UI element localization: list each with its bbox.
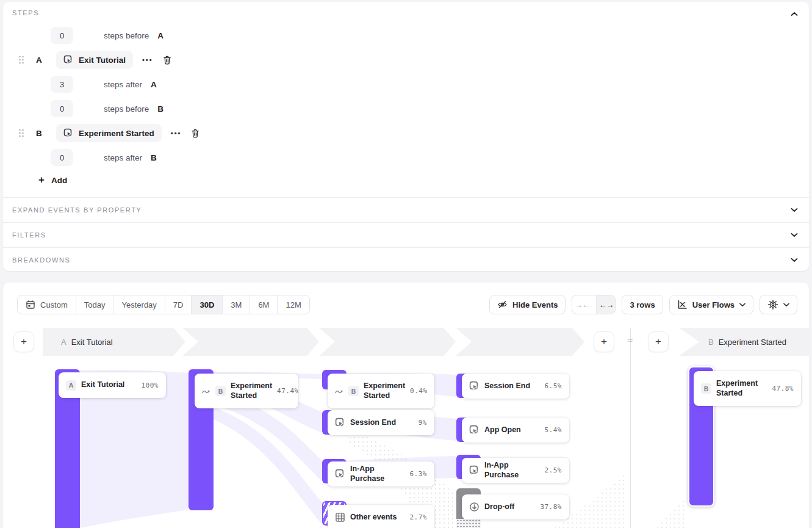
steps-before-b-text: steps before <box>104 104 149 114</box>
node-label: Experiment Started <box>231 382 272 400</box>
steps-before-b-row: 0 steps before B <box>51 100 163 117</box>
steps-after-a-row: 3 steps after A <box>51 76 157 93</box>
grid-icon <box>335 512 345 523</box>
flow-node-session-end-65[interactable]: Session End 6.5% <box>462 374 569 399</box>
node-value: 100% <box>142 382 159 389</box>
steps-after-b-text: steps after <box>104 153 142 162</box>
steps-before-a-text: steps before <box>104 31 149 40</box>
drag-handle-icon[interactable] <box>18 128 24 138</box>
step-a-event-label: Exit Tutorial <box>79 56 126 65</box>
section-filters[interactable]: FILTERS <box>3 222 809 247</box>
steps-after-a-ref: A <box>151 80 157 89</box>
node-value: 5.4% <box>545 426 562 434</box>
step-a-row: A Exit Tutorial ••• <box>18 51 172 69</box>
flow-node-exit-tutorial[interactable]: A Exit Tutorial 100% <box>59 372 166 398</box>
indirect-arrow-icon <box>202 388 210 395</box>
drag-handle-icon[interactable] <box>18 55 24 65</box>
node-label: Drop-off <box>484 502 514 512</box>
trash-icon <box>190 128 200 139</box>
flow-node-experiment-started-47[interactable]: B Experiment Started 47.4% <box>195 374 298 408</box>
event-icon <box>469 381 480 391</box>
node-label: Session End <box>484 382 530 391</box>
trash-icon <box>162 55 172 65</box>
section-label: EXPAND EVENTS BY PROPERTY <box>12 206 142 214</box>
node-label: Other events <box>350 513 397 523</box>
steps-before-a-row: 0 steps before A <box>51 27 163 44</box>
step-a-more-button[interactable]: ••• <box>142 56 153 63</box>
node-value: 0.4% <box>410 387 428 395</box>
plus-icon: + <box>38 174 45 186</box>
flow-node-experiment-started-b[interactable]: B Experiment Started 47.8% <box>694 371 801 406</box>
steps-after-b-row: 0 steps after B <box>51 149 157 166</box>
flow-node-in-app-purchase-25[interactable]: In-App Purchase 2.5% <box>462 458 569 483</box>
flow-node-other-events[interactable]: Other events 2.7% <box>328 505 434 528</box>
indirect-arrow-icon <box>335 388 343 395</box>
node-value: 2.7% <box>410 513 428 521</box>
steps-before-a-ref: A <box>157 31 163 40</box>
steps-before-b-ref: B <box>157 104 163 114</box>
chevron-down-icon <box>791 233 798 237</box>
drop-off-icon <box>469 502 480 512</box>
collapse-steps-button[interactable] <box>789 9 799 19</box>
steps-after-a-input[interactable]: 3 <box>51 76 73 93</box>
section-expand-events-by-property[interactable]: EXPAND EVENTS BY PROPERTY <box>3 197 809 222</box>
node-label: App Open <box>484 425 521 435</box>
node-value: 37.8% <box>540 503 562 511</box>
step-a-delete-button[interactable] <box>162 55 172 65</box>
section-label: BREAKDOWNS <box>12 256 70 264</box>
step-b-more-button[interactable]: ••• <box>171 129 182 137</box>
event-icon <box>469 425 480 435</box>
node-value: 9% <box>419 419 427 427</box>
add-step-label: Add <box>51 176 67 185</box>
event-icon <box>469 465 480 476</box>
step-badge: B <box>348 386 359 396</box>
step-badge: A <box>66 380 76 391</box>
node-label: Experiment Started <box>364 382 405 400</box>
event-icon <box>63 128 73 138</box>
event-icon <box>63 55 73 65</box>
step-b-event-label: Experiment Started <box>79 129 154 138</box>
node-value: 47.4% <box>277 387 299 395</box>
steps-after-b-ref: B <box>151 153 157 162</box>
flow-node-in-app-purchase-63[interactable]: In-App Purchase 6.3% <box>328 461 434 486</box>
node-label: In-App Purchase <box>350 465 405 483</box>
node-label: Experiment Started <box>716 379 760 398</box>
node-value: 47.8% <box>772 385 794 392</box>
chevron-down-icon <box>791 208 798 212</box>
event-icon <box>335 418 345 428</box>
node-value: 6.3% <box>410 470 428 478</box>
node-label: In-App Purchase <box>484 461 540 480</box>
step-a-letter: A <box>36 56 45 65</box>
flow-node-session-end-9[interactable]: Session End 9% <box>328 410 434 435</box>
steps-before-a-input[interactable]: 0 <box>51 27 73 44</box>
step-b-delete-button[interactable] <box>190 128 200 139</box>
section-label: FILTERS <box>12 231 46 239</box>
event-icon <box>335 469 345 479</box>
steps-before-b-input[interactable]: 0 <box>51 100 73 117</box>
node-label: Session End <box>350 418 396 428</box>
step-a-event-button[interactable]: Exit Tutorial <box>56 51 133 69</box>
node-value: 2.5% <box>545 466 562 474</box>
step-b-letter: B <box>36 129 45 138</box>
step-b-row: B Experiment Started ••• <box>18 124 200 142</box>
step-badge: B <box>215 386 226 396</box>
node-label: Exit Tutorial <box>81 380 124 390</box>
step-b-event-button[interactable]: Experiment Started <box>56 124 162 142</box>
add-step-button[interactable]: + Add <box>38 174 67 186</box>
steps-after-a-text: steps after <box>104 80 142 89</box>
step-badge: B <box>701 383 711 394</box>
chevron-down-icon <box>791 258 798 262</box>
steps-title: STEPS <box>12 9 39 16</box>
flow-node-drop-off[interactable]: Drop-off 37.8% <box>462 494 569 519</box>
chevron-up-icon <box>791 12 798 16</box>
node-value: 6.5% <box>545 382 562 390</box>
flow-node-app-open[interactable]: App Open 5.4% <box>462 418 569 443</box>
steps-panel: STEPS 0 steps before A A Exit Tutorial •… <box>3 2 809 271</box>
section-breakdowns[interactable]: BREAKDOWNS <box>3 247 809 272</box>
steps-after-b-input[interactable]: 0 <box>51 149 73 166</box>
flow-node-experiment-started-04[interactable]: B Experiment Started 0.4% <box>328 374 434 408</box>
report-panel: Custom Today Yesterday 7D 30D 3M 6M 12M … <box>3 283 809 528</box>
flow-bar-drop-off-tail <box>456 519 481 528</box>
